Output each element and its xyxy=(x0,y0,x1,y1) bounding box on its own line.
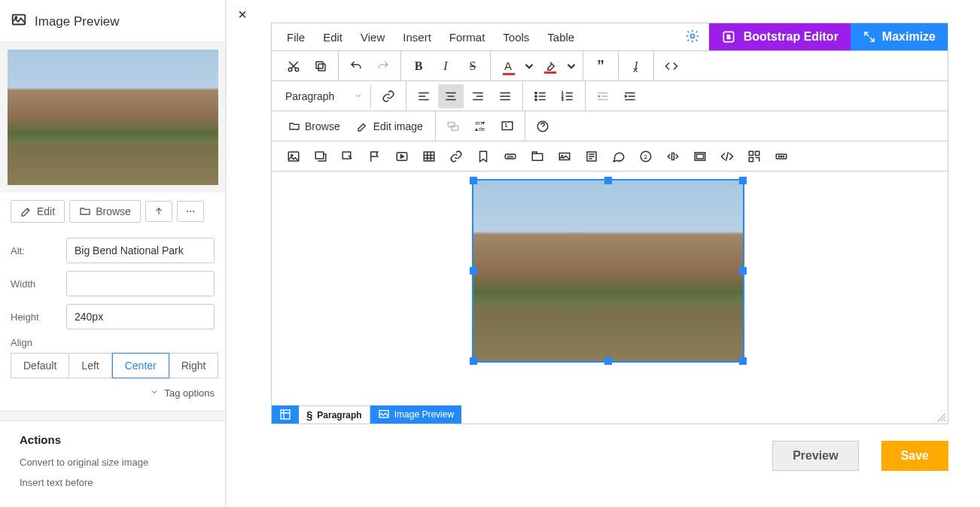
preview-thumbnail[interactable] xyxy=(8,50,218,185)
resize-handle-t[interactable] xyxy=(604,177,612,184)
svg-rect-38 xyxy=(756,151,759,155)
text-color-icon[interactable]: A xyxy=(495,54,521,78)
path-image-preview[interactable]: Image Preview xyxy=(370,405,461,424)
bootstrap-editor-label: Bootstrap Editor xyxy=(744,30,838,44)
menu-format[interactable]: Format xyxy=(440,25,495,50)
paragraph-format-selector[interactable]: Paragraph xyxy=(276,84,371,108)
maximize-button[interactable]: Maximize xyxy=(851,23,948,50)
highlight-color-icon[interactable] xyxy=(537,54,563,78)
path-paragraph-label: Paragraph xyxy=(317,410,361,420)
menu-insert[interactable]: Insert xyxy=(394,25,440,50)
undo-icon[interactable] xyxy=(343,54,369,78)
close-sidebar-button[interactable]: × xyxy=(233,6,251,24)
resize-handle-tr[interactable] xyxy=(739,177,747,184)
selected-image[interactable] xyxy=(472,179,744,363)
settings-gear-icon[interactable] xyxy=(676,29,709,46)
width-input[interactable] xyxy=(66,271,215,296)
insert-comment-icon[interactable] xyxy=(606,144,632,168)
italic-icon[interactable]: I xyxy=(433,54,458,78)
language-icon[interactable]: en▾▴de xyxy=(467,114,493,138)
path-root[interactable] xyxy=(272,405,299,424)
bootstrap-editor-button[interactable]: Bootstrap Editor xyxy=(709,23,851,50)
action-convert-original[interactable]: Convert to original size image xyxy=(20,457,205,468)
save-button[interactable]: Save xyxy=(881,441,948,471)
insert-image-link-icon[interactable] xyxy=(335,144,361,168)
strikethrough-icon[interactable]: S xyxy=(460,54,485,78)
insert-more-icon[interactable] xyxy=(768,144,794,168)
indent-icon[interactable] xyxy=(617,84,643,108)
insert-link-icon[interactable] xyxy=(443,144,469,168)
browse-button[interactable]: Browse xyxy=(69,200,141,223)
resize-handle-l[interactable] xyxy=(470,267,477,275)
insert-video-icon[interactable] xyxy=(389,144,415,168)
toolbar-row-4: BTN 2 xyxy=(271,141,948,172)
action-insert-text-before[interactable]: Insert text before xyxy=(20,477,205,488)
menu-edit[interactable]: Edit xyxy=(314,25,352,50)
menu-view[interactable]: View xyxy=(352,25,394,50)
canvas-resize-grip[interactable] xyxy=(937,413,946,422)
chevron-down-icon[interactable] xyxy=(522,54,536,78)
align-left-icon[interactable] xyxy=(411,84,437,108)
align-center-icon[interactable] xyxy=(438,84,464,108)
insert-html-icon[interactable] xyxy=(714,144,740,168)
clear-formatting-icon[interactable]: I✕ xyxy=(623,54,649,78)
sidebar-divider xyxy=(0,411,225,421)
insert-form-icon[interactable] xyxy=(579,144,604,168)
upload-button[interactable] xyxy=(145,201,172,222)
insert-button-icon[interactable]: BTN xyxy=(498,144,523,168)
sidebar-title: Image Preview xyxy=(35,14,119,29)
cut-icon[interactable] xyxy=(281,54,306,78)
link-icon[interactable] xyxy=(376,84,401,108)
insert-table-icon[interactable] xyxy=(416,144,442,168)
resize-handle-bl[interactable] xyxy=(470,357,477,365)
toolbar-edit-image-button[interactable]: Edit image xyxy=(349,114,431,138)
insert-container-icon[interactable] xyxy=(687,144,713,168)
bullet-list-icon[interactable] xyxy=(528,84,553,108)
tag-options-toggle[interactable]: Tag options xyxy=(0,378,225,411)
svg-point-43 xyxy=(783,156,784,157)
source-code-icon[interactable] xyxy=(659,54,684,78)
menubar: File Edit View Insert Format Tools Table… xyxy=(271,23,948,51)
edit-button[interactable]: Edit xyxy=(11,200,65,223)
menu-table[interactable]: Table xyxy=(538,25,583,50)
align-right-icon[interactable] xyxy=(465,84,491,108)
numbered-list-icon[interactable]: 123 xyxy=(555,84,580,108)
alt-input[interactable] xyxy=(66,238,215,263)
insert-qr-icon[interactable] xyxy=(741,144,767,168)
align-justify-icon[interactable] xyxy=(492,84,518,108)
sidebar-form: Alt: Width Height Align Default Left Cen… xyxy=(0,230,225,378)
svg-rect-9 xyxy=(318,64,325,71)
preview-button[interactable]: Preview xyxy=(772,441,858,471)
more-options-button[interactable] xyxy=(177,201,204,222)
align-default[interactable]: Default xyxy=(11,353,69,378)
chevron-down-icon[interactable] xyxy=(565,54,578,78)
insert-image-icon[interactable] xyxy=(281,144,306,168)
insert-bookmark-icon[interactable] xyxy=(470,144,496,168)
resize-handle-r[interactable] xyxy=(739,267,747,275)
insert-number-icon[interactable]: 2 xyxy=(633,144,659,168)
height-input[interactable] xyxy=(66,304,215,329)
resize-handle-b[interactable] xyxy=(604,357,612,365)
align-center[interactable]: Center xyxy=(112,353,169,378)
editor-canvas[interactable]: § Paragraph Image Preview xyxy=(271,172,948,424)
copy-icon[interactable] xyxy=(308,54,333,78)
resize-handle-tl[interactable] xyxy=(470,177,477,184)
align-left[interactable]: Left xyxy=(69,353,111,378)
toolbar-browse-button[interactable]: Browse xyxy=(281,114,348,138)
insert-tab-icon[interactable] xyxy=(525,144,550,168)
menu-file[interactable]: File xyxy=(278,25,314,50)
resize-handle-br[interactable] xyxy=(739,357,747,365)
align-right[interactable]: Right xyxy=(169,353,219,378)
path-paragraph[interactable]: § Paragraph xyxy=(299,405,370,424)
blockquote-icon[interactable]: ” xyxy=(588,54,613,78)
insert-banner-icon[interactable] xyxy=(552,144,577,168)
footer-buttons: Preview Save xyxy=(271,441,948,471)
insert-embed-icon[interactable] xyxy=(660,144,686,168)
menu-tools[interactable]: Tools xyxy=(494,25,538,50)
bold-icon[interactable]: B xyxy=(406,54,431,78)
svg-point-3 xyxy=(190,211,191,212)
insert-flag-icon[interactable] xyxy=(362,144,388,168)
translate-icon[interactable] xyxy=(495,114,520,138)
insert-image-preview-icon[interactable] xyxy=(308,144,333,168)
help-icon[interactable] xyxy=(530,114,555,138)
